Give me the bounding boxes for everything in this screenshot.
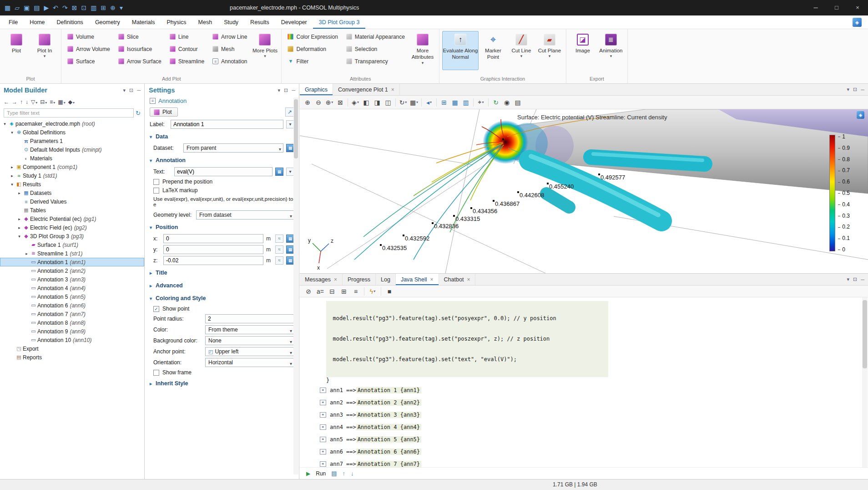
tree-item[interactable]: Annotation 1 (ann1) bbox=[0, 258, 144, 266]
ribbon-button[interactable]: Plot bbox=[3, 31, 30, 70]
tree-item[interactable]: Annotation 4 (ann4) bbox=[0, 284, 144, 292]
ribbon-tab[interactable]: Results bbox=[244, 15, 275, 29]
ribbon-button[interactable]: Image bbox=[569, 31, 596, 70]
range-button[interactable] bbox=[275, 245, 283, 254]
plot-button[interactable]: Plot bbox=[150, 107, 178, 117]
expand-arrow-icon[interactable] bbox=[16, 234, 22, 239]
refresh-icon[interactable]: ↻ bbox=[136, 110, 141, 117]
dataset-select[interactable]: From parent bbox=[183, 143, 283, 153]
graphics-tab[interactable]: Graphics bbox=[300, 84, 333, 95]
zoom-menu-icon[interactable]: ⊕ bbox=[324, 97, 334, 108]
tree-item[interactable]: Parameters 1 bbox=[0, 137, 144, 145]
tree-item[interactable]: Electric Potential (ec) (pg1) bbox=[0, 214, 144, 223]
ribbon-tab[interactable]: Definitions bbox=[51, 15, 89, 29]
console-tab[interactable]: Java Shell bbox=[396, 274, 439, 285]
color-select[interactable]: From theme bbox=[205, 325, 294, 334]
ribbon-button[interactable]: Deformation bbox=[284, 43, 341, 55]
snapshot-icon[interactable]: ◉ bbox=[502, 97, 512, 108]
scroll-up-icon[interactable]: ↑ bbox=[343, 470, 346, 477]
section-header-coloring[interactable]: Coloring and Style bbox=[145, 293, 299, 303]
collapse-all-icon[interactable]: ⊟ bbox=[40, 99, 47, 105]
tree-item[interactable]: Tables bbox=[0, 206, 144, 214]
show-point-checkbox[interactable]: Show point bbox=[149, 306, 299, 312]
cut-icon[interactable]: ⊠ bbox=[72, 4, 77, 11]
ribbon-button[interactable]: Streamline bbox=[166, 56, 208, 67]
section-header-data[interactable]: Data bbox=[145, 132, 299, 142]
tree-item[interactable]: Annotation 5 (ann5) bbox=[0, 292, 144, 301]
ribbon-button[interactable]: Surface bbox=[64, 56, 114, 67]
tree-item[interactable]: 3D Plot Group 3 (pg3) bbox=[0, 232, 144, 240]
window-layout-icon[interactable]: ▥ bbox=[461, 97, 471, 108]
scene-settings-icon[interactable]: ▦ bbox=[409, 97, 419, 108]
ribbon-button[interactable]: Volume bbox=[64, 31, 114, 42]
minimize-panel-icon[interactable]: ─ bbox=[861, 277, 864, 282]
run-button[interactable]: Run bbox=[316, 470, 326, 477]
tree-item[interactable]: Reports bbox=[0, 353, 144, 362]
close-tab-icon[interactable] bbox=[430, 276, 434, 283]
axis-views-icon[interactable]: ◧ bbox=[361, 97, 371, 108]
float-panel-icon[interactable]: ⊡ bbox=[853, 87, 857, 92]
minimize-panel-icon[interactable]: ─ bbox=[137, 87, 141, 93]
redo-icon[interactable]: ↷ bbox=[62, 4, 68, 11]
expand-arrow-icon[interactable] bbox=[9, 165, 15, 169]
section-header-inherit-style[interactable]: Inherit Style bbox=[145, 378, 299, 388]
tree-item[interactable]: Materials bbox=[0, 154, 144, 163]
y-position-input[interactable] bbox=[163, 245, 263, 254]
scroll-down-icon[interactable]: ↓ bbox=[351, 470, 354, 477]
move-up-icon[interactable]: ↑ bbox=[20, 99, 23, 105]
panel-menu-icon[interactable]: ▾ bbox=[123, 87, 126, 93]
ribbon-tab[interactable]: Home bbox=[24, 15, 50, 29]
console-settings-icon[interactable]: ▤ bbox=[331, 470, 337, 477]
forward-icon[interactable]: → bbox=[12, 99, 17, 105]
expand-arrow-icon[interactable] bbox=[9, 174, 15, 178]
expand-input-icon[interactable]: ⊞ bbox=[339, 286, 349, 297]
tree-item[interactable]: Results bbox=[0, 180, 144, 189]
show-frame-checkbox[interactable]: Show frame bbox=[149, 369, 299, 376]
tree-item[interactable]: pacemaker_electrode.mph (root) bbox=[0, 119, 144, 128]
prepend-position-checkbox[interactable]: Prepend the position bbox=[149, 179, 299, 185]
expand-tree-icon[interactable]: ≡ bbox=[50, 99, 55, 105]
ribbon-tab[interactable]: Developer bbox=[275, 15, 313, 29]
maximize-window-icon[interactable]: □ bbox=[826, 0, 847, 15]
ribbon-button[interactable]: Filter bbox=[284, 56, 341, 67]
assistant-icon[interactable]: ◈ bbox=[853, 18, 862, 27]
paste-icon[interactable]: ▥ bbox=[91, 4, 96, 11]
ribbon-tab[interactable]: Study bbox=[218, 15, 244, 29]
print-plot-icon[interactable]: ▤ bbox=[513, 97, 523, 108]
ribbon-button[interactable]: Cut Line bbox=[508, 31, 535, 70]
camera-movie-icon[interactable]: ◫ bbox=[383, 97, 393, 108]
console-tab[interactable]: Log bbox=[376, 274, 396, 285]
tree-item[interactable]: Annotation 9 (ann9) bbox=[0, 327, 144, 336]
float-panel-icon[interactable]: ⊡ bbox=[129, 87, 133, 93]
tree-item[interactable]: Derived Values bbox=[0, 197, 144, 206]
print-icon[interactable]: ▤ bbox=[34, 4, 40, 11]
collapse-input-icon[interactable]: ⊟ bbox=[327, 286, 337, 297]
autocomplete-icon[interactable]: a= bbox=[315, 286, 325, 297]
filter-input[interactable] bbox=[4, 108, 134, 117]
tree-item[interactable]: Annotation 2 (ann2) bbox=[0, 266, 144, 275]
zoom-icon[interactable]: ⊕ bbox=[110, 4, 116, 11]
tree-item[interactable]: Datasets bbox=[0, 189, 144, 197]
expand-arrow-icon[interactable] bbox=[24, 251, 30, 256]
tree-item[interactable]: Global Definitions bbox=[0, 128, 144, 137]
close-tab-icon[interactable] bbox=[334, 276, 337, 283]
ribbon-button[interactable]: Color Expression bbox=[284, 31, 341, 42]
ribbon-button[interactable]: Material Appearance bbox=[343, 31, 409, 42]
ribbon-button[interactable]: Selection bbox=[343, 43, 409, 55]
back-icon[interactable]: ← bbox=[4, 99, 9, 105]
java-shell-output[interactable]: model.result("pg3").feature(tag).set("po… bbox=[300, 297, 868, 467]
expand-arrow-icon[interactable] bbox=[16, 217, 22, 221]
expand-arrow-icon[interactable] bbox=[16, 225, 22, 230]
tree-item[interactable]: Annotation 6 (ann6) bbox=[0, 301, 144, 310]
tree-item[interactable]: Annotation 3 (ann3) bbox=[0, 275, 144, 284]
ribbon-button[interactable]: Transparency bbox=[343, 56, 409, 67]
tree-settings-icon[interactable]: ◆ bbox=[68, 99, 75, 105]
evaluate-table-icon[interactable]: ▦ bbox=[450, 97, 460, 108]
ribbon-tab[interactable]: Geometry bbox=[89, 15, 126, 29]
ribbon-button[interactable]: Contour bbox=[166, 43, 208, 55]
show-filter-icon[interactable]: ▽ bbox=[31, 99, 37, 105]
run-icon[interactable]: ▶ bbox=[44, 4, 49, 11]
stop-icon[interactable]: ■ bbox=[384, 286, 394, 297]
app-menu-icon[interactable]: ▦ bbox=[5, 4, 10, 11]
graphics-tab[interactable]: Convergence Plot 1 bbox=[333, 84, 400, 95]
